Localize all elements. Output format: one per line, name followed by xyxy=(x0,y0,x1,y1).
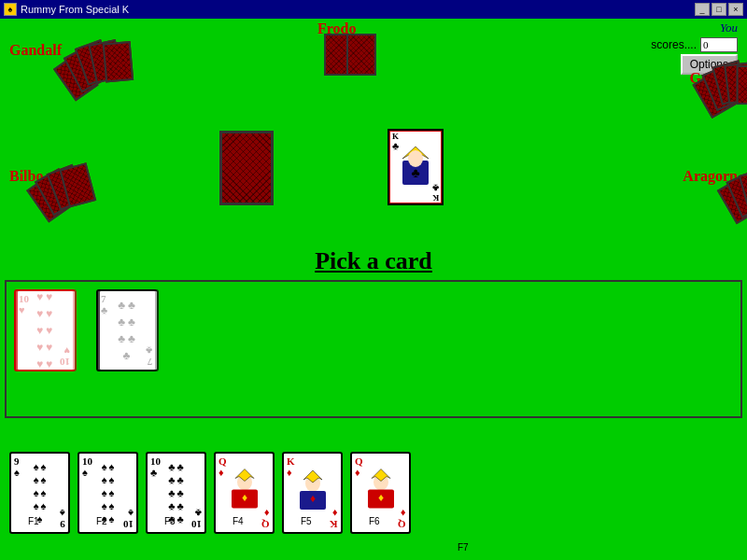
rank-tl: 10♣ xyxy=(150,455,161,478)
ten-hearts-card-2 xyxy=(16,289,77,371)
ten-hearts-stack: 10♥ ♥♥ ♥♥ ♥♥ ♥♥ ♥♥ 10♥ xyxy=(14,289,89,375)
bottom-hand-row: 9♠ ♠♠ ♠♠ ♠♠ ♠♠ ♠ 9♠ F1 10♠ ♠♠ ♠♠ ♠♠ ♠♠ ♠… xyxy=(9,452,411,534)
queen-diamonds-2-card[interactable]: Q♦ ♦ Q♦ xyxy=(350,452,411,534)
draw-pile[interactable] xyxy=(219,131,274,205)
window-controls[interactable]: _ □ × xyxy=(695,3,743,16)
maximize-button[interactable]: □ xyxy=(712,3,726,16)
minimize-button[interactable]: _ xyxy=(695,3,710,16)
you-label: You xyxy=(651,21,738,35)
rank-br: Q♦ xyxy=(261,508,270,530)
fkey-7: F7 xyxy=(458,542,469,553)
svg-text:♦: ♦ xyxy=(377,491,383,504)
svg-point-2 xyxy=(408,150,423,167)
nine-spades-card[interactable]: 9♠ ♠♠ ♠♠ ♠♠ ♠♠ ♠ 9♠ xyxy=(9,452,70,534)
nine-spades-container: 9♠ ♠♠ ♠♠ ♠♠ ♠♠ ♠ 9♠ F1 xyxy=(9,452,70,534)
ten-clubs-container: 10♣ ♣♣ ♣♣ ♣♣ ♣♣ ♣♣ 10♣ F3 xyxy=(146,452,206,534)
king-face: ♣ xyxy=(395,144,436,190)
king-rank-tl: K♣ xyxy=(392,133,399,151)
queen-face-2: ♦ xyxy=(362,468,400,519)
rank-br: K♦ xyxy=(330,508,338,530)
center-pips: ♣♣ ♣♣ ♣♣ ♣♣ ♣♣ xyxy=(168,461,183,525)
king-diamonds-card[interactable]: K♦ ♦ K♦ xyxy=(282,452,343,534)
rank-br: 10♣ xyxy=(191,508,202,530)
fkey-5: F5 xyxy=(301,516,312,526)
score-value: 0 xyxy=(700,37,738,52)
fkey-4: F4 xyxy=(233,516,244,526)
gandalf-card-5 xyxy=(103,41,134,82)
discard-pile[interactable]: K♣ ♣ K♣ xyxy=(388,129,444,205)
gollum-card-5 xyxy=(737,65,747,105)
queen-diamonds-card[interactable]: Q♦ ♦ Q♦ xyxy=(214,452,275,534)
queen-face: ♦ xyxy=(226,468,263,519)
ten-clubs-card[interactable]: 10♣ ♣♣ ♣♣ ♣♣ ♣♣ ♣♣ 10♣ xyxy=(146,452,206,534)
queen-diamonds-2-container: Q♦ ♦ Q♦ F6 xyxy=(350,452,411,534)
ten-spades-card[interactable]: 10♠ ♠♠ ♠♠ ♠♠ ♠♠ ♠♠ 10♠ xyxy=(78,452,138,534)
window-title: Rummy From Special K xyxy=(21,4,695,15)
fkey-2: F2 xyxy=(96,516,107,526)
king-face-bottom: ♦ xyxy=(294,469,331,517)
king-diamonds-container: K♦ ♦ K♦ F5 xyxy=(282,452,343,534)
svg-text:♣: ♣ xyxy=(411,166,419,180)
player-gandalf: Gandalf xyxy=(9,42,62,59)
player-hand-area: 10♥ ♥♥ ♥♥ ♥♥ ♥♥ ♥♥ 10♥ 7♣ ♣♣ ♣♣ ♣♣ ♣ 7♣ xyxy=(5,280,742,418)
center-pips: ♠♠ ♠♠ ♠♠ ♠♠ ♠♠ xyxy=(102,461,115,525)
score-area: You scores.... 0 xyxy=(651,21,738,52)
rank-tl: 9♠ xyxy=(14,455,20,478)
scores-label: scores.... xyxy=(651,38,697,51)
seven-clubs-card-2 xyxy=(98,289,159,371)
svg-text:♦: ♦ xyxy=(241,491,247,504)
titlebar: ♠ Rummy From Special K _ □ × xyxy=(0,0,747,19)
rank-br: Q♦ xyxy=(398,508,406,530)
frodo-card-2 xyxy=(346,34,376,76)
fkey-3: F3 xyxy=(164,516,176,526)
seven-clubs-stack: 7♣ ♣♣ ♣♣ ♣♣ ♣ 7♣ xyxy=(96,289,171,375)
king-rank-br: K♣ xyxy=(432,183,439,202)
rank-br: 9♠ xyxy=(60,508,65,530)
center-pips: ♠♠ ♠♠ ♠♠ ♠♠ ♠ xyxy=(34,461,47,525)
pick-a-card-prompt: Pick a card xyxy=(0,247,747,275)
fkey-6: F6 xyxy=(369,516,380,526)
fkey-1: F1 xyxy=(28,516,39,526)
rank-tl: 10♠ xyxy=(82,455,92,478)
svg-text:♦: ♦ xyxy=(309,492,315,505)
ten-spades-container: 10♠ ♠♠ ♠♠ ♠♠ ♠♠ ♠♠ 10♠ F2 xyxy=(78,452,138,534)
frodo-hand xyxy=(331,34,376,76)
rank-br: 10♠ xyxy=(123,508,134,530)
queen-diamonds-container: Q♦ ♦ Q♦ F4 xyxy=(214,452,275,534)
app-icon: ♠ xyxy=(4,3,17,16)
close-button[interactable]: × xyxy=(728,3,743,16)
